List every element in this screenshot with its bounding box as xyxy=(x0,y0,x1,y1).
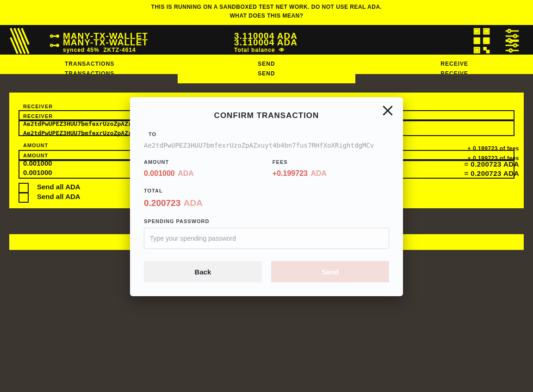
svg-rect-23 xyxy=(487,50,489,53)
total-label: TOTAL xyxy=(144,188,389,193)
svg-rect-1 xyxy=(476,31,478,33)
close-icon[interactable] xyxy=(381,104,395,118)
receiver-label: RECEIVER xyxy=(23,104,53,109)
active-tab-underline-left xyxy=(0,74,178,83)
confirm-transaction-modal: CONFIRM TRANSACTION TO Ae2tdPwUPEZ3HUU7b… xyxy=(130,97,403,296)
svg-rect-21 xyxy=(476,49,478,51)
send-button[interactable]: Send xyxy=(271,261,389,282)
wallet-sync: synced 45% xyxy=(63,47,99,53)
amount-label: AMOUNT xyxy=(144,159,194,165)
back-button[interactable]: Back xyxy=(144,261,262,282)
spending-password-input[interactable] xyxy=(144,228,389,249)
spending-password-label: SPENDING PASSWORD xyxy=(144,218,389,224)
banner-line2[interactable]: WHAT DOES THIS MEAN? xyxy=(0,12,533,20)
total-balance-label: Total balance xyxy=(234,47,275,53)
amount-value: 0.001000 xyxy=(23,159,52,167)
settings-sliders-icon[interactable] xyxy=(502,36,522,55)
testnet-banner: THIS IS RUNNING ON A SANDBOXED TEST NET … xyxy=(0,0,533,25)
eye-icon[interactable]: 👁 xyxy=(279,47,285,53)
wallet-checksum: ZKTZ-4614 xyxy=(103,47,136,53)
qr-icon[interactable] xyxy=(472,36,491,55)
connector-icon: ⊶ xyxy=(46,40,63,50)
wallet-tabs: TRANSACTIONS SEND RECEIVE TRANSACTIONS S… xyxy=(0,55,533,83)
svg-point-27 xyxy=(514,44,516,47)
fees-label: FEES xyxy=(273,159,327,165)
svg-point-11 xyxy=(508,30,511,32)
active-tab-underline-right xyxy=(355,74,533,83)
svg-point-29 xyxy=(509,49,512,52)
svg-rect-3 xyxy=(485,31,488,33)
wallet-header: ⊶ MANY-TX-WALLET 3.110004 ADA xyxy=(0,25,533,55)
amount-label: AMOUNT xyxy=(23,143,48,148)
send-all-checkbox[interactable] xyxy=(19,193,29,203)
ada-suffix: ADA xyxy=(178,169,194,177)
send-all-label: Send all ADA xyxy=(37,183,81,191)
send-all-label: Send all ADA xyxy=(37,193,81,200)
wallet-logo-icon xyxy=(0,36,46,55)
send-all-checkbox[interactable] xyxy=(19,183,29,193)
wallet-balance: 3.110004 ADA xyxy=(234,37,447,48)
total-value: 0.200723 xyxy=(144,198,180,208)
svg-point-25 xyxy=(508,39,511,42)
to-address: Ae2tdPwUPEZ3HUU7bmfexrUzoZpAZxuyt4b4bn7f… xyxy=(144,142,389,149)
svg-rect-19 xyxy=(485,40,488,42)
total-line: = 0.200723 ADA xyxy=(464,169,519,177)
to-label: TO xyxy=(149,131,389,137)
svg-rect-22 xyxy=(484,48,486,50)
amount-value: 0.001000 xyxy=(144,169,175,177)
ada-suffix: ADA xyxy=(184,198,203,208)
modal-title: CONFIRM TRANSACTION xyxy=(144,111,389,120)
amount-value: 0.001000 xyxy=(23,168,52,176)
wallet-header-layer-dup: ⊶ MANY-TX-WALLET synced 45% ZKTZ-4614 3.… xyxy=(0,34,533,56)
tab-send[interactable]: SEND xyxy=(199,70,334,77)
svg-rect-17 xyxy=(476,40,478,42)
total-line: = 0.200723 ADA xyxy=(464,160,519,168)
ada-suffix: ADA xyxy=(310,169,327,177)
wallet-name: MANY-TX-WALLET xyxy=(63,37,234,48)
fees-value: +0.199723 xyxy=(273,169,308,177)
banner-line1: THIS IS RUNNING ON A SANDBOXED TEST NET … xyxy=(0,3,533,12)
